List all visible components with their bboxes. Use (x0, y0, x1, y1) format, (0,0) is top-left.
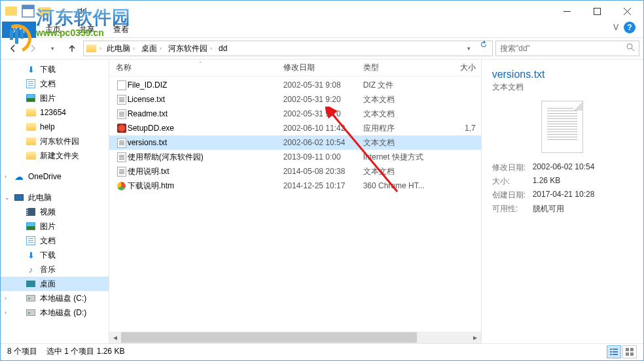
breadcrumb-dropdown-icon[interactable]: ▾ (462, 40, 475, 57)
sidebar-item[interactable]: 文档 (1, 233, 109, 248)
column-size[interactable]: 大小 (446, 62, 481, 73)
sidebar-item[interactable]: 图片 (1, 91, 109, 105)
search-box[interactable] (495, 41, 639, 56)
sidebar-item[interactable]: ›☁OneDrive (1, 169, 109, 184)
breadcrumb-bar[interactable]: › 此电脑› 桌面› 河东软件园› dd ▾ (83, 41, 493, 56)
nav-forward-button[interactable] (24, 40, 41, 57)
crumb-desktop[interactable]: 桌面› (137, 41, 164, 56)
ribbon-tab-share[interactable]: 共享 (70, 22, 104, 38)
sidebar-item[interactable]: 123654 (1, 105, 109, 120)
sidebar-item[interactable]: 河东软件园 (1, 134, 109, 148)
file-date: 2002-06-02 10:54 (283, 138, 363, 147)
file-list[interactable]: File_ID.DIZ2002-05-31 9:08DIZ 文件License.… (109, 77, 481, 332)
search-input[interactable] (500, 44, 626, 53)
qat-properties-icon[interactable] (20, 4, 36, 18)
sidebar-item-label: 河东软件园 (40, 136, 79, 147)
column-type[interactable]: 类型 (363, 62, 446, 73)
ribbon-tab-home[interactable]: 主页 (36, 22, 70, 38)
sidebar-item-label: OneDrive (28, 172, 62, 181)
column-headers: ˆ 名称 修改日期 类型 大小 (109, 60, 481, 77)
qat-dropdown-icon[interactable]: ▾ (54, 4, 70, 18)
nav-back-button[interactable] (5, 40, 22, 57)
nav-up-button[interactable] (63, 40, 80, 57)
sidebar-item[interactable]: ♪音乐 (1, 262, 109, 277)
qat-new-folder-icon[interactable] (37, 4, 53, 18)
sidebar-item[interactable]: ›本地磁盘 (C:) (1, 291, 109, 305)
svg-rect-4 (594, 8, 600, 14)
ribbon-file-tab[interactable]: 文件 (2, 22, 36, 38)
file-row[interactable]: Readme.txt2002-05-31 9:10文本文档 (109, 107, 481, 121)
sidebar-item[interactable]: ⬇下载 (1, 248, 109, 262)
file-row[interactable]: versions.txt2002-06-02 10:54文本文档 (109, 135, 481, 150)
sidebar-item[interactable]: 文档 (1, 77, 109, 91)
scroll-left-button[interactable]: ◂ (109, 333, 121, 342)
expand-icon[interactable]: › (5, 295, 7, 301)
navigation-pane[interactable]: ⬇下载文档图片123654help河东软件园新建文件夹›☁OneDrive⌄此电… (1, 60, 109, 343)
ribbon-tab-view[interactable]: 查看 (104, 22, 138, 38)
details-label: 大小: (492, 176, 533, 187)
file-row[interactable]: License.txt2002-05-31 9:20文本文档 (109, 92, 481, 107)
titlebar: ▾ dd (1, 1, 643, 22)
sidebar-item-label: 123654 (40, 108, 66, 117)
sidebar-item-label: 下载 (40, 250, 56, 261)
file-type: 文本文档 (363, 137, 446, 148)
file-row[interactable]: 使用说明.txt2014-05-08 20:38文本文档 (109, 164, 481, 179)
file-name: Readme.txt (128, 109, 283, 118)
svg-line-8 (632, 48, 634, 51)
maximize-button[interactable] (582, 1, 612, 21)
file-row[interactable]: SetupDD.exe2002-06-10 11:42应用程序1,7 (109, 121, 481, 135)
crumb-folder2[interactable]: dd (215, 41, 228, 56)
breadcrumb-folder-icon (84, 44, 98, 52)
file-list-pane: ˆ 名称 修改日期 类型 大小 File_ID.DIZ2002-05-31 9:… (109, 60, 481, 343)
file-date: 2002-06-10 11:42 (283, 124, 363, 133)
refresh-button[interactable] (475, 40, 492, 57)
file-row[interactable]: 下载说明.htm2014-12-25 10:17360 Chrome HT... (109, 179, 481, 193)
file-type: 360 Chrome HT... (363, 181, 446, 190)
scroll-thumb[interactable] (121, 332, 417, 343)
sidebar-item[interactable]: ›本地磁盘 (D:) (1, 305, 109, 320)
file-icon (116, 167, 128, 177)
file-icon (116, 124, 128, 133)
scroll-right-button[interactable]: ▸ (469, 333, 481, 342)
sidebar-item[interactable]: 新建文件夹 (1, 148, 109, 163)
sidebar-item[interactable]: ⌄此电脑 (1, 190, 109, 205)
horizontal-scrollbar[interactable]: ◂ ▸ (109, 332, 481, 343)
view-details-button[interactable] (607, 345, 621, 358)
file-icon (116, 109, 128, 119)
expand-icon[interactable]: ⌄ (5, 194, 10, 201)
sidebar-item[interactable]: 图片 (1, 219, 109, 233)
sidebar-item[interactable]: 桌面 (1, 277, 109, 291)
nav-recent-dropdown[interactable]: ▾ (44, 40, 61, 57)
sidebar-item-label: 下载 (40, 64, 56, 75)
help-icon[interactable]: ? (624, 22, 635, 33)
sidebar-item[interactable]: 视频 (1, 205, 109, 219)
sidebar-item[interactable]: help (1, 120, 109, 134)
crumb-this-pc[interactable]: 此电脑› (103, 41, 137, 56)
close-button[interactable] (612, 1, 642, 21)
file-date: 2013-09-11 0:00 (283, 152, 363, 162)
details-label: 修改日期: (492, 162, 533, 173)
svg-rect-16 (626, 348, 629, 351)
svg-rect-14 (610, 354, 612, 355)
file-row[interactable]: 使用帮助(河东软件园)2013-09-11 0:00Internet 快捷方式 (109, 150, 481, 164)
file-icon (116, 138, 128, 148)
chevron-right-icon[interactable]: › (99, 45, 101, 52)
ribbon-collapse-icon[interactable]: ᐯ (613, 23, 618, 32)
details-row: 修改日期:2002-06-02 10:54 (492, 162, 633, 173)
file-row[interactable]: File_ID.DIZ2002-05-31 9:08DIZ 文件 (109, 78, 481, 92)
file-date: 2002-05-31 9:08 (283, 80, 363, 90)
details-value: 1.26 KB (533, 176, 561, 187)
expand-icon[interactable]: › (5, 309, 7, 316)
folder-app-icon[interactable] (3, 4, 19, 18)
column-date[interactable]: 修改日期 (283, 62, 363, 73)
sidebar-item[interactable]: ⬇下载 (1, 62, 109, 77)
minimize-button[interactable] (552, 1, 582, 21)
details-label: 创建日期: (492, 190, 533, 201)
file-name: SetupDD.exe (128, 124, 283, 133)
expand-icon[interactable]: › (5, 173, 7, 180)
search-icon[interactable] (626, 43, 635, 54)
view-thumbnails-button[interactable] (622, 345, 637, 358)
svg-rect-10 (610, 349, 612, 350)
crumb-folder1[interactable]: 河东软件园› (164, 41, 215, 56)
nav-toolbar: ▾ › 此电脑› 桌面› 河东软件园› dd ▾ (1, 37, 643, 60)
